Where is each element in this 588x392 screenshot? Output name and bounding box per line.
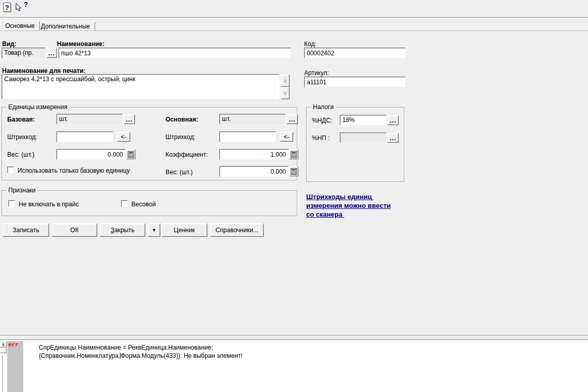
np-label: %НП :	[312, 134, 330, 142]
units-group-title: Единицы измерения	[6, 103, 69, 111]
weight-left-label: Вес: (шт.)	[7, 151, 34, 158]
tab-additional-label: Дополнительные	[41, 23, 90, 30]
only-base-unit-checkbox[interactable]	[7, 167, 14, 173]
taxes-group-title: Налоги	[311, 103, 336, 111]
vid-label: Вид:	[2, 40, 17, 48]
toolbar-separator	[0, 17, 588, 18]
barcode-left-label: Штрихкод:	[7, 133, 37, 141]
np-browse-button[interactable]: ...	[387, 133, 399, 143]
vat-field[interactable]: 18%	[340, 115, 386, 126]
calculator-icon	[291, 168, 297, 175]
weighted-label: Весовой	[131, 201, 156, 208]
weight-left-input[interactable]	[56, 149, 126, 160]
message-splitter-bottom[interactable]	[0, 339, 588, 340]
name-label: Наименование:	[57, 40, 104, 48]
barcode-right-input[interactable]	[219, 131, 276, 142]
vid-browse-button[interactable]: ...	[47, 48, 57, 58]
coefficient-input[interactable]	[219, 149, 289, 160]
hint-line[interactable]: Штрихкоды единиц	[306, 192, 415, 201]
weighted-checkbox[interactable]	[121, 200, 128, 207]
base-unit-field[interactable]: шт.	[56, 114, 123, 125]
scroll-up-button[interactable]: ∧	[281, 74, 290, 87]
message-pane-close-button[interactable]: x	[0, 341, 7, 348]
weight-right-input[interactable]	[219, 166, 289, 177]
article-label: Артикул:	[304, 69, 329, 77]
close-icon: x	[2, 342, 5, 346]
vat-label: %НДС:	[312, 117, 332, 124]
tab-page-edge	[0, 31, 588, 31]
weight-right-calc-button[interactable]	[289, 167, 298, 176]
barcode-left-scan-button[interactable]: <-	[117, 132, 130, 142]
message-gutter: err	[7, 341, 23, 392]
close-dropdown-button[interactable]: ▼	[148, 223, 160, 237]
hint-line[interactable]: измерения можно ввести	[306, 201, 415, 210]
barcode-left-input[interactable]	[56, 131, 113, 142]
references-button[interactable]: Справочники...	[210, 223, 264, 237]
message-pane: x err СпрЕдиницы.Наименование = РеквЕдин…	[0, 341, 588, 392]
message-pane-scrollbar[interactable]	[2, 355, 3, 392]
error-marker: err	[8, 342, 19, 348]
not-in-price-checkbox[interactable]	[8, 200, 15, 207]
coefficient-label: Коэффициент:	[165, 151, 208, 158]
barcode-right-label: Штрихкод:	[165, 133, 195, 141]
article-input[interactable]	[304, 77, 405, 87]
main-unit-label: Основная:	[165, 116, 198, 123]
save-button[interactable]: Записать	[3, 223, 49, 237]
arrow-question-icon: ?	[16, 2, 28, 12]
hint-line[interactable]: со сканера	[306, 210, 415, 219]
main-unit-browse-button[interactable]: ...	[287, 114, 298, 124]
coefficient-calc-button[interactable]	[289, 149, 298, 159]
message-pane-scroll-button[interactable]	[0, 348, 7, 353]
barcode-right-scan-button[interactable]: <-	[280, 132, 293, 142]
message-line-2: {Справочник.Номенклатура.Форма.Модуль(43…	[39, 352, 243, 360]
flags-group-title: Признаки	[6, 187, 38, 194]
dropdown-arrow-icon: ▼	[152, 228, 157, 233]
print-name-textarea[interactable]: Саморез 4,2*13 с прессшайбой, острый, ци…	[2, 74, 280, 99]
tab-main-label: Основные	[5, 22, 35, 29]
only-base-unit-label: Использовать только базовую единицу	[18, 167, 130, 174]
taxes-groupbox: Налоги %НДС: 18% ... %НП : ...	[306, 107, 404, 182]
code-input[interactable]	[304, 48, 405, 58]
not-in-price-label: Не включать в прайс	[19, 201, 79, 208]
vat-browse-button[interactable]: ...	[387, 115, 399, 125]
context-help-button[interactable]: ?	[16, 2, 28, 12]
application-window: ? ? Основные Дополнительные Вид: Наимено…	[0, 0, 588, 392]
code-label: Код:	[304, 40, 316, 48]
main-unit-field[interactable]: шт.	[219, 114, 285, 125]
vid-field[interactable]: Товар (пр.	[2, 48, 46, 58]
close-button[interactable]: Закрыть	[100, 223, 145, 237]
base-unit-label: Базовая:	[7, 116, 35, 123]
message-line-1: СпрЕдиницы.Наименование = РеквЕдиница.На…	[39, 343, 213, 352]
tab-additional[interactable]: Дополнительные	[36, 22, 95, 31]
flags-groupbox: Признаки Не включать в прайс Весовой	[2, 190, 297, 216]
price-tag-button[interactable]: Ценник	[161, 223, 207, 237]
units-groupbox: Единицы измерения Базовая: шт. ... Основ…	[2, 107, 297, 180]
calculator-icon	[128, 151, 134, 158]
help-icon: ?	[3, 3, 11, 12]
help-button[interactable]: ?	[3, 3, 11, 12]
tab-main[interactable]: Основные	[0, 21, 40, 31]
weight-left-calc-button[interactable]	[126, 149, 135, 159]
np-field[interactable]	[340, 132, 386, 143]
message-splitter-top[interactable]	[0, 335, 588, 336]
barcode-scanner-hint-link[interactable]: Штрихкоды единиц измерения можно ввести …	[306, 192, 415, 219]
scroll-down-button[interactable]: ∨	[281, 87, 290, 99]
base-unit-browse-button[interactable]: ...	[124, 114, 135, 124]
calculator-icon	[291, 151, 297, 158]
ok-button[interactable]: ОК	[52, 223, 97, 237]
print-name-label: Наименование для печати:	[2, 67, 85, 74]
weight-right-label: Вес: (шт.)	[165, 169, 192, 176]
name-input[interactable]	[58, 48, 291, 58]
